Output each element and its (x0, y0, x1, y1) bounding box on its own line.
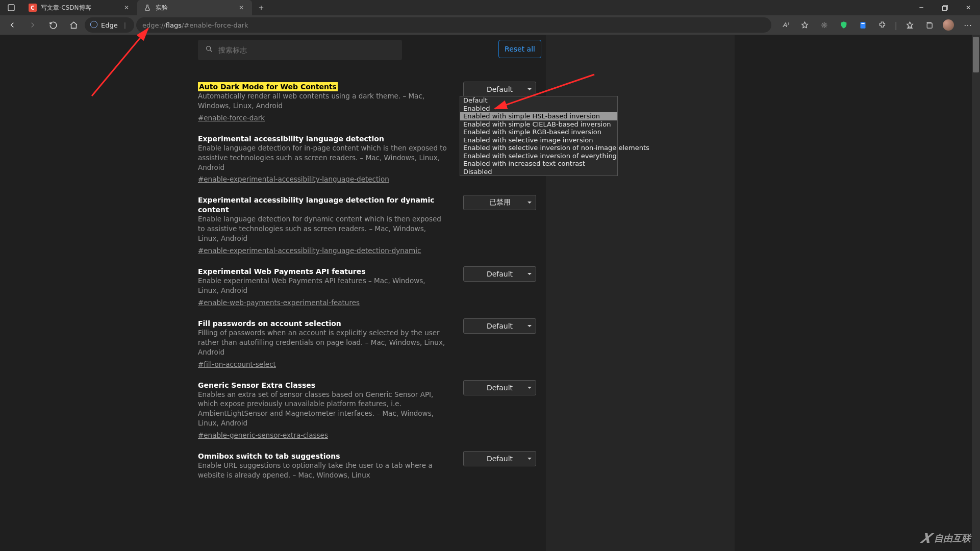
scrollbar-thumb[interactable] (973, 37, 979, 72)
flag-anchor-link[interactable]: #enable-web-payments-experimental-featur… (198, 298, 360, 307)
svg-rect-4 (861, 23, 864, 24)
read-aloud-icon[interactable]: A⁾ (776, 17, 795, 33)
tab-flags[interactable]: 实验 ✕ (137, 0, 252, 15)
flag-anchor-link[interactable]: #enable-experimental-accessibility-langu… (198, 246, 421, 255)
dropdown-option[interactable]: Enabled with selective inversion of non-… (460, 144, 617, 152)
maximize-button[interactable] (933, 0, 957, 15)
close-icon[interactable]: ✕ (122, 3, 131, 12)
flag-text: Generic Sensor Extra ClassesEnables an e… (198, 380, 458, 440)
flag-text: Fill passwords on account selectionFilli… (198, 318, 458, 369)
flag-select[interactable]: Default (463, 266, 536, 282)
flag-title: Omnibox switch to tab suggestions (198, 451, 448, 461)
note-extension-icon[interactable] (854, 17, 872, 33)
url-prefix: edge:// (142, 21, 166, 29)
flag-description: Automatically render all web contents us… (198, 91, 448, 111)
dropdown-option[interactable]: Enabled with increased text contrast (460, 160, 617, 168)
flag-text: Omnibox switch to tab suggestionsEnable … (198, 451, 458, 482)
favorites-hub-icon[interactable] (900, 17, 919, 33)
toolbar-right-icons: A⁾ ❋ | ⋯ (776, 17, 977, 33)
dropdown-option[interactable]: Default (460, 96, 617, 105)
dropdown-option[interactable]: Enabled (460, 105, 617, 113)
edge-logo-icon (90, 20, 98, 30)
watermark: X 自由互联 (921, 531, 971, 546)
separator: | (121, 21, 129, 29)
flag-description: Enable URL suggestions to optionally tak… (198, 461, 448, 480)
flag-description: Enable experimental Web Payments API fea… (198, 276, 448, 295)
tab-group: C 写文章-CSDN博客 ✕ 实验 ✕ ＋ (0, 0, 270, 15)
svg-rect-1 (942, 6, 946, 10)
close-window-button[interactable]: ✕ (957, 0, 980, 15)
url-suffix: /#enable-force-dark (182, 21, 248, 29)
svg-line-7 (92, 29, 148, 96)
flag-select[interactable]: Default (463, 380, 536, 395)
dropdown-option[interactable]: Enabled with simple HSL-based inversion (460, 112, 617, 120)
extensions-puzzle-icon[interactable] (873, 17, 892, 33)
flag-item: Omnibox switch to tab suggestionsEnable … (188, 444, 546, 486)
watermark-text: 自由互联 (934, 532, 971, 544)
back-button[interactable] (3, 17, 21, 33)
flag-title: Generic Sensor Extra Classes (198, 380, 448, 390)
flag-anchor-link[interactable]: #fill-on-account-select (198, 360, 276, 368)
flag-anchor-link[interactable]: #enable-experimental-accessibility-langu… (198, 175, 389, 183)
tab-title: 写文章-CSDN博客 (41, 4, 91, 12)
flask-icon (143, 4, 152, 12)
flag-title: Experimental accessibility language dete… (198, 134, 448, 143)
avatar-icon (943, 19, 954, 31)
flag-item: Generic Sensor Extra ClassesEnables an e… (188, 373, 546, 444)
svg-point-2 (90, 21, 97, 28)
close-icon[interactable]: ✕ (237, 3, 246, 12)
url-flags-word: flags (166, 21, 182, 29)
flag-title: Experimental Web Payments API features (198, 266, 448, 276)
edge-label: Edge (101, 21, 118, 29)
profile-avatar[interactable] (939, 17, 958, 33)
favorite-star-icon[interactable] (796, 17, 814, 33)
flag-title: Auto Dark Mode for Web Contents (198, 82, 448, 91)
more-menu-icon[interactable]: ⋯ (959, 17, 977, 33)
window-controls: ─ ✕ (910, 0, 980, 15)
dropdown-option[interactable]: Enabled with simple CIELAB-based inversi… (460, 120, 617, 129)
scrollbar[interactable] (972, 35, 980, 551)
shield-icon[interactable]: ❋ (815, 17, 834, 33)
dropdown-option[interactable]: Enabled with simple RGB-based inversion (460, 128, 617, 136)
search-flags-input[interactable] (198, 40, 402, 60)
site-identity-chip[interactable]: Edge | (85, 17, 134, 33)
flag-text: Experimental accessibility language dete… (198, 134, 458, 184)
adblock-shield-icon[interactable] (835, 17, 853, 33)
flag-description: Enable language detection for in-page co… (198, 143, 448, 172)
titlebar: C 写文章-CSDN博客 ✕ 实验 ✕ ＋ ─ ✕ (0, 0, 980, 15)
flag-select[interactable]: 已禁用 (463, 195, 536, 210)
flag-description: Enables an extra set of sensor classes b… (198, 390, 448, 429)
flag-anchor-link[interactable]: #enable-force-dark (198, 114, 265, 122)
minimize-button[interactable]: ─ (910, 0, 933, 15)
forward-button[interactable] (23, 17, 42, 33)
flag-text: Experimental accessibility language dete… (198, 195, 458, 255)
address-bar[interactable]: edge://flags/#enable-force-dark (136, 17, 771, 33)
flag-value-dropdown[interactable]: DefaultEnabledEnabled with simple HSL-ba… (460, 96, 618, 176)
collections-icon[interactable] (920, 17, 938, 33)
svg-rect-0 (8, 5, 14, 11)
flag-select[interactable]: Default (463, 318, 536, 334)
csdn-favicon-icon: C (29, 4, 37, 12)
dropdown-option[interactable]: Enabled with selective image inversion (460, 136, 617, 144)
separator: | (893, 20, 899, 30)
flag-select[interactable]: Default (463, 82, 536, 97)
tab-csdn[interactable]: C 写文章-CSDN博客 ✕ (22, 0, 137, 15)
flag-select[interactable]: Default (463, 451, 536, 466)
flag-description: Filling of passwords when an account is … (198, 328, 448, 357)
dropdown-option[interactable]: Disabled (460, 168, 617, 176)
dropdown-option[interactable]: Enabled with selective inversion of ever… (460, 152, 617, 160)
search-field[interactable] (218, 46, 395, 54)
refresh-button[interactable] (44, 17, 62, 33)
flag-text: Experimental Web Payments API featuresEn… (198, 266, 458, 307)
new-tab-button[interactable]: ＋ (252, 0, 270, 15)
browser-toolbar: Edge | edge://flags/#enable-force-dark A… (0, 15, 980, 35)
search-icon (205, 45, 213, 55)
flag-item: Experimental Web Payments API featuresEn… (188, 259, 546, 311)
reset-all-button[interactable]: Reset all (498, 40, 541, 58)
svg-rect-5 (927, 23, 932, 28)
flags-page: Auto Dark Mode for Web ContentsAutomatic… (0, 35, 980, 551)
flag-item: Experimental accessibility language dete… (188, 188, 546, 259)
flag-anchor-link[interactable]: #enable-generic-sensor-extra-classes (198, 431, 328, 439)
tab-overview-button[interactable] (0, 0, 22, 15)
home-button[interactable] (64, 17, 83, 33)
